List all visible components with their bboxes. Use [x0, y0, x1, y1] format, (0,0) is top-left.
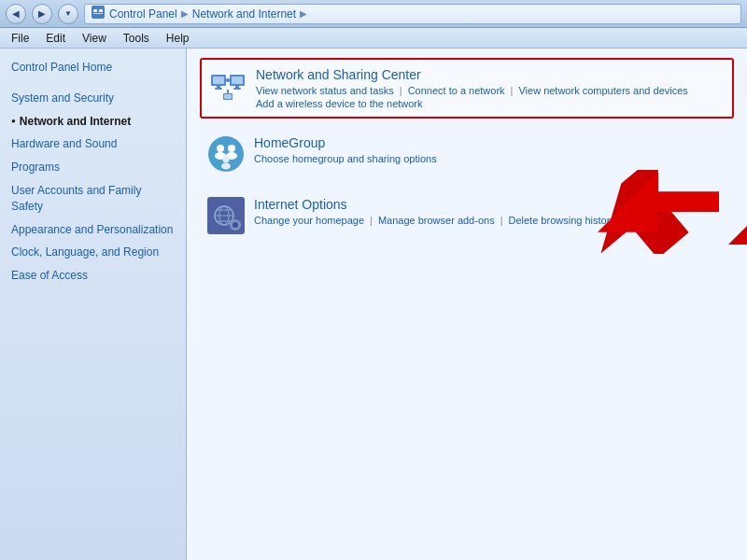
svg-rect-7 [217, 86, 220, 88]
homegroup-content: HomeGroup Choose homegroup and sharing o… [254, 135, 726, 164]
content-area: Network and Sharing Center View network … [187, 49, 747, 560]
svg-rect-1 [93, 9, 97, 12]
menu-bar: File Edit View Tools Help [0, 28, 747, 49]
network-sharing-links-row1: View network status and tasks | Connect … [256, 85, 725, 96]
homegroup-icon [207, 135, 245, 173]
svg-rect-8 [215, 88, 222, 90]
svg-rect-10 [232, 77, 243, 84]
sidebar-item-user-accounts[interactable]: User Accounts and Family Safety [0, 179, 186, 218]
sidebar-item-network-internet[interactable]: Network and Internet [0, 110, 186, 133]
svg-rect-36 [238, 224, 241, 226]
svg-point-19 [217, 145, 224, 152]
svg-rect-33 [234, 219, 236, 222]
section-internet-options: Internet Options Change your homepage | … [200, 189, 734, 242]
section-homegroup: HomeGroup Choose homegroup and sharing o… [200, 128, 734, 180]
svg-point-23 [223, 157, 230, 163]
internet-options-links: Change your homepage | Manage browser ad… [254, 215, 726, 226]
delete-browsing-link[interactable]: Delete browsing history and cookies [509, 215, 673, 226]
menu-file[interactable]: File [4, 30, 36, 47]
sidebar-item-control-panel-home[interactable]: Control Panel Home [0, 56, 186, 79]
sep3: | [370, 215, 373, 226]
breadcrumb-sep-2: ▶ [300, 8, 307, 19]
title-bar: ◀ ▶ ▼ Control Panel ▶ Network and Intern… [0, 0, 747, 28]
sidebar-item-ease-access[interactable]: Ease of Access [0, 264, 186, 287]
svg-rect-34 [234, 228, 236, 231]
breadcrumb-control-panel[interactable]: Control Panel [109, 7, 177, 21]
breadcrumb-icon [91, 5, 106, 22]
menu-tools[interactable]: Tools [116, 30, 157, 47]
menu-view[interactable]: View [75, 30, 114, 47]
connect-network-link[interactable]: Connect to a network [408, 85, 505, 96]
menu-help[interactable]: Help [159, 30, 197, 47]
svg-rect-11 [235, 86, 239, 88]
network-sharing-title[interactable]: Network and Sharing Center [256, 67, 725, 82]
section-network-sharing: Network and Sharing Center View network … [200, 58, 734, 119]
svg-rect-0 [92, 6, 105, 19]
svg-point-32 [233, 222, 238, 228]
forward-button[interactable]: ▶ [32, 4, 52, 24]
sidebar-item-hardware-sound[interactable]: Hardware and Sound [0, 133, 186, 156]
add-wireless-link[interactable]: Add a wireless device to the network [256, 98, 725, 109]
dropdown-button[interactable]: ▼ [58, 4, 78, 24]
breadcrumb[interactable]: Control Panel ▶ Network and Internet ▶ [84, 4, 741, 24]
svg-rect-35 [230, 224, 233, 226]
breadcrumb-network-internet[interactable]: Network and Internet [192, 7, 296, 21]
homegroup-title[interactable]: HomeGroup [254, 135, 726, 150]
sidebar-item-programs[interactable]: Programs [0, 156, 186, 179]
choose-homegroup-link[interactable]: Choose homegroup and sharing options [254, 153, 437, 164]
menu-edit[interactable]: Edit [38, 30, 73, 47]
sidebar: Control Panel Home System and Security N… [0, 49, 187, 560]
manage-addons-link[interactable]: Manage browser add-ons [378, 215, 495, 226]
homegroup-links: Choose homegroup and sharing options [254, 153, 726, 164]
back-button[interactable]: ◀ [6, 4, 26, 24]
svg-point-21 [228, 145, 235, 152]
sep2: | [511, 85, 514, 96]
sep1: | [400, 85, 402, 96]
svg-point-14 [226, 78, 230, 82]
sidebar-item-clock-language[interactable]: Clock, Language, and Region [0, 241, 186, 264]
network-sharing-content: Network and Sharing Center View network … [256, 67, 725, 109]
svg-rect-3 [93, 13, 103, 14]
view-network-status-link[interactable]: View network status and tasks [256, 85, 394, 96]
sep4: | [500, 215, 503, 226]
sidebar-item-appearance[interactable]: Appearance and Personalization [0, 218, 186, 242]
breadcrumb-sep-1: ▶ [181, 8, 189, 19]
internet-options-icon [207, 197, 245, 234]
svg-point-24 [221, 163, 231, 170]
svg-rect-12 [233, 88, 241, 90]
sidebar-item-system-security[interactable]: System and Security [0, 87, 186, 110]
internet-options-title[interactable]: Internet Options [254, 197, 726, 212]
change-homepage-link[interactable]: Change your homepage [254, 215, 364, 226]
network-sharing-icon [209, 67, 247, 105]
view-network-computers-link[interactable]: View network computers and devices [518, 85, 687, 96]
svg-rect-6 [213, 77, 224, 84]
internet-options-content: Internet Options Change your homepage | … [254, 197, 726, 226]
svg-rect-2 [99, 9, 103, 12]
main-layout: Control Panel Home System and Security N… [0, 49, 747, 560]
svg-rect-16 [224, 94, 232, 99]
